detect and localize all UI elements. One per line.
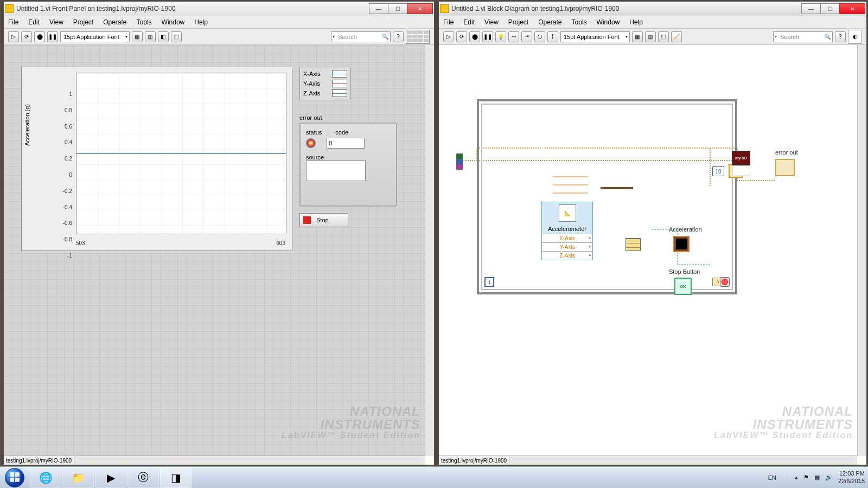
language-indicator[interactable]: EN (768, 474, 776, 481)
while-loop[interactable]: 10 ⏱ 📐 Accelerometer X-Axis Y-Axis Z-Axi… (477, 99, 737, 294)
step-into-button[interactable]: ⭲ (521, 31, 532, 42)
scrollbar-vertical[interactable] (857, 45, 866, 456)
minimize-button[interactable]: — (801, 3, 821, 14)
icon-pane[interactable] (406, 30, 430, 44)
error-code-field[interactable] (327, 138, 365, 149)
abort-button[interactable]: ⬤ (34, 31, 45, 42)
menu-tools[interactable]: Tools (137, 18, 152, 26)
stop-button-terminal[interactable]: OK (674, 278, 692, 295)
cleanup-button[interactable]: 🧹 (671, 31, 682, 42)
task-explorer[interactable]: 📁 (62, 467, 94, 488)
volume-tray-icon[interactable]: 🔊 (825, 474, 833, 481)
help-button[interactable]: ? (835, 31, 846, 42)
windows-taskbar[interactable]: 🌐 📁 ▶ ⓔ ◨ EN ❔ ▴ ⚑ ▦ 🔊 12:03 PM 22/6/201… (0, 466, 868, 488)
accel-term-y[interactable]: Y-Axis (542, 242, 592, 251)
run-continuous-button[interactable]: ⟳ (456, 31, 467, 42)
icon-pane[interactable]: ◐ (848, 30, 862, 44)
error-out-terminal[interactable] (775, 159, 795, 176)
accel-term-z[interactable]: Z-Axis (542, 251, 592, 260)
menu-view[interactable]: View (484, 18, 499, 26)
menu-operate[interactable]: Operate (538, 18, 561, 26)
bd-canvas[interactable]: 10 ⏱ 📐 Accelerometer X-Axis Y-Axis Z-Axi… (439, 45, 866, 456)
task-chrome[interactable]: 🌐 (30, 467, 61, 488)
start-button[interactable] (0, 467, 29, 489)
menu-tools[interactable]: Tools (572, 18, 587, 26)
front-menubar[interactable]: FileEditViewProjectOperateToolsWindowHel… (4, 16, 434, 29)
reorder-button[interactable]: ⬚ (171, 31, 182, 42)
highlight-exec-button[interactable]: 💡 (495, 31, 506, 42)
system-tray[interactable]: EN ❔ ▴ ⚑ ▦ 🔊 12:03 PM 22/6/2015 (765, 467, 868, 488)
block-toolbar[interactable]: ▷ ⟳ ⬤ ❚❚ 💡 ⤳ ⭲ ⭮ ⭱ 15pt Application Font… (439, 29, 866, 45)
taskbar-clock[interactable]: 12:03 PM 22/6/2015 (838, 470, 865, 484)
myrio-close-sub[interactable] (732, 165, 750, 176)
block-scrollbar-h[interactable]: testing1.lvproj/myRIO-1900 (439, 455, 857, 465)
legend-item[interactable]: Z-Axis (302, 88, 349, 98)
run-button[interactable]: ▷ (8, 31, 19, 42)
menu-edit[interactable]: Edit (28, 18, 40, 26)
help-button[interactable]: ? (393, 31, 404, 42)
waveform-chart[interactable]: Acceleration (g) 503 603 -1-0.8-0.6-0.4-… (21, 67, 292, 251)
myrio-close-node[interactable]: myRIO (732, 151, 750, 165)
front-panel-content[interactable]: Acceleration (g) 503 603 -1-0.8-0.6-0.4-… (4, 45, 434, 456)
block-titlebar[interactable]: Untitled 1.vi Block Diagram on testing1.… (439, 2, 866, 16)
block-menubar[interactable]: FileEditViewProjectOperateToolsWindowHel… (439, 16, 866, 29)
task-media-player[interactable]: ▶ (95, 467, 126, 488)
task-ie[interactable]: ⓔ (127, 467, 159, 488)
pause-button[interactable]: ❚❚ (482, 31, 493, 42)
bundle-node[interactable] (626, 238, 641, 251)
error-out-cluster[interactable]: status code source (299, 123, 397, 207)
menu-project[interactable]: Project (508, 18, 528, 26)
scrollbar-vertical[interactable] (425, 45, 434, 456)
menu-operate[interactable]: Operate (103, 18, 126, 26)
flag-tray-icon[interactable]: ⚑ (803, 474, 809, 481)
front-scrollbar-h[interactable]: testing1.lvproj/myRIO-1900 (4, 455, 425, 465)
minimize-button[interactable]: — (369, 3, 388, 14)
maximize-button[interactable]: ☐ (820, 3, 840, 14)
tray-up-icon[interactable]: ▴ (795, 474, 798, 481)
distribute-button[interactable]: ▥ (645, 31, 656, 42)
menu-file[interactable]: File (443, 18, 454, 26)
front-titlebar[interactable]: Untitled 1.vi Front Panel on testing1.lv… (4, 2, 434, 16)
menu-view[interactable]: View (49, 18, 63, 26)
abort-button[interactable]: ⬤ (469, 31, 480, 42)
align-button[interactable]: ▦ (132, 31, 143, 42)
reorder-button[interactable]: ⬚ (658, 31, 669, 42)
align-button[interactable]: ▦ (632, 31, 643, 42)
accelerometer-express-vi[interactable]: 📐 Accelerometer X-Axis Y-Axis Z-Axis (541, 202, 593, 260)
menu-help[interactable]: Help (629, 18, 643, 26)
block-diagram-content[interactable]: 10 ⏱ 📐 Accelerometer X-Axis Y-Axis Z-Axi… (439, 45, 866, 456)
help-tray-icon[interactable]: ❔ (782, 474, 789, 481)
step-out-button[interactable]: ⭱ (547, 31, 558, 42)
run-button[interactable]: ▷ (443, 31, 454, 42)
close-button[interactable]: ✕ (839, 3, 865, 14)
distribute-button[interactable]: ▥ (145, 31, 156, 42)
stop-button[interactable]: Stop (299, 213, 348, 227)
acceleration-graph-terminal[interactable] (673, 236, 690, 252)
run-continuous-button[interactable]: ⟳ (21, 31, 32, 42)
step-over-button[interactable]: ⭮ (534, 31, 545, 42)
loop-condition-terminal[interactable] (720, 277, 730, 287)
legend-item[interactable]: X-Axis (302, 69, 349, 79)
retain-wire-button[interactable]: ⤳ (508, 31, 519, 42)
task-labview[interactable]: ◨ (160, 467, 192, 488)
loop-iteration-terminal[interactable]: i (484, 277, 494, 287)
font-selector[interactable]: 15pt Application Font (60, 31, 130, 42)
menu-edit[interactable]: Edit (463, 18, 475, 26)
menu-help[interactable]: Help (194, 18, 208, 26)
maximize-button[interactable]: ☐ (388, 3, 407, 14)
menu-window[interactable]: Window (162, 18, 185, 26)
network-tray-icon[interactable]: ▦ (814, 474, 820, 481)
front-toolbar[interactable]: ▷ ⟳ ⬤ ❚❚ 15pt Application Font ▦ ▥ ◧ ⬚ S… (4, 29, 434, 45)
accel-term-x[interactable]: X-Axis (542, 234, 592, 242)
menu-file[interactable]: File (8, 18, 18, 26)
legend-item[interactable]: Y-Axis (302, 79, 349, 88)
numeric-constant-10[interactable]: 10 (712, 166, 724, 176)
pause-button[interactable]: ❚❚ (47, 31, 58, 42)
menu-window[interactable]: Window (597, 18, 620, 26)
menu-project[interactable]: Project (73, 18, 93, 26)
search-input[interactable]: Search (331, 31, 391, 42)
search-input[interactable]: Search (773, 31, 833, 42)
close-button[interactable]: ✕ (407, 3, 433, 14)
error-source-field[interactable] (306, 160, 366, 181)
font-selector[interactable]: 15pt Application Font (560, 31, 630, 42)
